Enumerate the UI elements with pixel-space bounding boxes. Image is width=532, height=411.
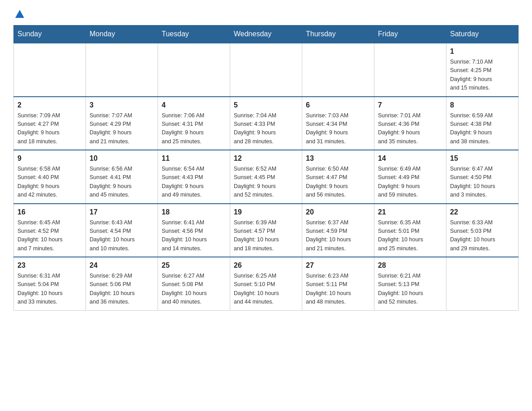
calendar-cell: 21Sunrise: 6:35 AM Sunset: 5:01 PM Dayli… — [374, 204, 446, 257]
day-info: Sunrise: 7:03 AM Sunset: 4:34 PM Dayligh… — [306, 111, 370, 146]
calendar-cell — [14, 43, 86, 97]
day-number: 8 — [450, 100, 515, 111]
day-number: 24 — [90, 260, 154, 271]
calendar-cell: 19Sunrise: 6:39 AM Sunset: 4:57 PM Dayli… — [230, 204, 302, 257]
day-number: 16 — [17, 207, 82, 218]
calendar-cell: 11Sunrise: 6:54 AM Sunset: 4:43 PM Dayli… — [158, 150, 230, 204]
calendar-week-3: 16Sunrise: 6:45 AM Sunset: 4:52 PM Dayli… — [14, 204, 519, 257]
calendar-cell: 23Sunrise: 6:31 AM Sunset: 5:04 PM Dayli… — [14, 257, 86, 310]
header-day-wednesday: Wednesday — [230, 26, 302, 43]
day-info: Sunrise: 6:31 AM Sunset: 5:04 PM Dayligh… — [17, 272, 82, 307]
day-number: 13 — [306, 153, 370, 164]
day-number: 5 — [234, 100, 298, 111]
calendar-cell: 15Sunrise: 6:47 AM Sunset: 4:50 PM Dayli… — [446, 150, 519, 204]
calendar-cell — [302, 43, 374, 97]
header-day-friday: Friday — [374, 26, 446, 43]
calendar-week-4: 23Sunrise: 6:31 AM Sunset: 5:04 PM Dayli… — [14, 257, 519, 310]
calendar-body: 1Sunrise: 7:10 AM Sunset: 4:25 PM Daylig… — [14, 43, 519, 310]
day-number: 10 — [90, 153, 154, 164]
day-number: 26 — [234, 260, 298, 271]
calendar-cell: 5Sunrise: 7:04 AM Sunset: 4:33 PM Daylig… — [230, 97, 302, 150]
logo-general — [13, 9, 24, 17]
day-info: Sunrise: 6:58 AM Sunset: 4:40 PM Dayligh… — [17, 165, 82, 200]
day-number: 4 — [162, 100, 226, 111]
calendar-cell: 14Sunrise: 6:49 AM Sunset: 4:49 PM Dayli… — [374, 150, 446, 204]
day-info: Sunrise: 6:27 AM Sunset: 5:08 PM Dayligh… — [162, 272, 226, 307]
day-info: Sunrise: 6:23 AM Sunset: 5:11 PM Dayligh… — [306, 272, 370, 307]
day-info: Sunrise: 6:37 AM Sunset: 4:59 PM Dayligh… — [306, 218, 370, 253]
day-info: Sunrise: 6:25 AM Sunset: 5:10 PM Dayligh… — [234, 272, 298, 307]
day-number: 27 — [306, 260, 370, 271]
day-info: Sunrise: 7:09 AM Sunset: 4:27 PM Dayligh… — [17, 111, 82, 146]
logo-triangle-icon — [15, 10, 24, 18]
day-info: Sunrise: 7:10 AM Sunset: 4:25 PM Dayligh… — [450, 58, 515, 93]
day-number: 22 — [450, 207, 515, 218]
calendar-cell: 20Sunrise: 6:37 AM Sunset: 4:59 PM Dayli… — [302, 204, 374, 257]
calendar-cell: 22Sunrise: 6:33 AM Sunset: 5:03 PM Dayli… — [446, 204, 519, 257]
day-number: 23 — [17, 260, 82, 271]
calendar-week-1: 2Sunrise: 7:09 AM Sunset: 4:27 PM Daylig… — [14, 97, 519, 150]
day-number: 14 — [378, 153, 442, 164]
calendar-cell: 7Sunrise: 7:01 AM Sunset: 4:36 PM Daylig… — [374, 97, 446, 150]
day-info: Sunrise: 6:54 AM Sunset: 4:43 PM Dayligh… — [162, 165, 226, 200]
header-row: SundayMondayTuesdayWednesdayThursdayFrid… — [14, 26, 519, 43]
calendar-week-0: 1Sunrise: 7:10 AM Sunset: 4:25 PM Daylig… — [14, 43, 519, 97]
day-info: Sunrise: 6:56 AM Sunset: 4:41 PM Dayligh… — [90, 165, 154, 200]
day-number: 1 — [450, 46, 515, 57]
calendar-cell: 8Sunrise: 6:59 AM Sunset: 4:38 PM Daylig… — [446, 97, 519, 150]
calendar-cell: 24Sunrise: 6:29 AM Sunset: 5:06 PM Dayli… — [86, 257, 158, 310]
day-info: Sunrise: 7:07 AM Sunset: 4:29 PM Dayligh… — [90, 111, 154, 146]
page-header — [13, 9, 519, 17]
calendar-cell — [230, 43, 302, 97]
calendar-cell: 28Sunrise: 6:21 AM Sunset: 5:13 PM Dayli… — [374, 257, 446, 310]
calendar-cell — [158, 43, 230, 97]
header-day-thursday: Thursday — [302, 26, 374, 43]
calendar-cell — [374, 43, 446, 97]
calendar-week-2: 9Sunrise: 6:58 AM Sunset: 4:40 PM Daylig… — [14, 150, 519, 204]
day-number: 25 — [162, 260, 226, 271]
day-number: 28 — [378, 260, 442, 271]
calendar-cell: 6Sunrise: 7:03 AM Sunset: 4:34 PM Daylig… — [302, 97, 374, 150]
day-info: Sunrise: 6:59 AM Sunset: 4:38 PM Dayligh… — [450, 111, 515, 146]
day-number: 18 — [162, 207, 226, 218]
calendar-cell: 26Sunrise: 6:25 AM Sunset: 5:10 PM Dayli… — [230, 257, 302, 310]
calendar-cell: 12Sunrise: 6:52 AM Sunset: 4:45 PM Dayli… — [230, 150, 302, 204]
day-info: Sunrise: 6:49 AM Sunset: 4:49 PM Dayligh… — [378, 165, 442, 200]
day-info: Sunrise: 6:47 AM Sunset: 4:50 PM Dayligh… — [450, 165, 515, 200]
day-number: 2 — [17, 100, 82, 111]
day-info: Sunrise: 6:41 AM Sunset: 4:56 PM Dayligh… — [162, 218, 226, 253]
calendar-cell: 4Sunrise: 7:06 AM Sunset: 4:31 PM Daylig… — [158, 97, 230, 150]
day-info: Sunrise: 6:35 AM Sunset: 5:01 PM Dayligh… — [378, 218, 442, 253]
day-number: 21 — [378, 207, 442, 218]
day-info: Sunrise: 6:43 AM Sunset: 4:54 PM Dayligh… — [90, 218, 154, 253]
calendar-cell — [86, 43, 158, 97]
calendar-cell: 25Sunrise: 6:27 AM Sunset: 5:08 PM Dayli… — [158, 257, 230, 310]
calendar-cell: 17Sunrise: 6:43 AM Sunset: 4:54 PM Dayli… — [86, 204, 158, 257]
calendar-cell: 9Sunrise: 6:58 AM Sunset: 4:40 PM Daylig… — [14, 150, 86, 204]
day-number: 20 — [306, 207, 370, 218]
calendar-header: SundayMondayTuesdayWednesdayThursdayFrid… — [14, 26, 519, 43]
calendar-cell: 3Sunrise: 7:07 AM Sunset: 4:29 PM Daylig… — [86, 97, 158, 150]
day-info: Sunrise: 7:06 AM Sunset: 4:31 PM Dayligh… — [162, 111, 226, 146]
calendar-cell: 10Sunrise: 6:56 AM Sunset: 4:41 PM Dayli… — [86, 150, 158, 204]
day-number: 11 — [162, 153, 226, 164]
day-info: Sunrise: 6:45 AM Sunset: 4:52 PM Dayligh… — [17, 218, 82, 253]
header-day-sunday: Sunday — [14, 26, 86, 43]
day-info: Sunrise: 6:50 AM Sunset: 4:47 PM Dayligh… — [306, 165, 370, 200]
day-info: Sunrise: 6:21 AM Sunset: 5:13 PM Dayligh… — [378, 272, 442, 307]
day-number: 19 — [234, 207, 298, 218]
day-number: 12 — [234, 153, 298, 164]
day-info: Sunrise: 6:52 AM Sunset: 4:45 PM Dayligh… — [234, 165, 298, 200]
calendar-cell: 1Sunrise: 7:10 AM Sunset: 4:25 PM Daylig… — [446, 43, 519, 97]
header-day-saturday: Saturday — [446, 26, 519, 43]
calendar-table: SundayMondayTuesdayWednesdayThursdayFrid… — [13, 25, 519, 311]
day-info: Sunrise: 6:33 AM Sunset: 5:03 PM Dayligh… — [450, 218, 515, 253]
calendar-cell: 16Sunrise: 6:45 AM Sunset: 4:52 PM Dayli… — [14, 204, 86, 257]
calendar-cell: 13Sunrise: 6:50 AM Sunset: 4:47 PM Dayli… — [302, 150, 374, 204]
day-info: Sunrise: 7:01 AM Sunset: 4:36 PM Dayligh… — [378, 111, 442, 146]
day-info: Sunrise: 7:04 AM Sunset: 4:33 PM Dayligh… — [234, 111, 298, 146]
day-number: 3 — [90, 100, 154, 111]
day-number: 7 — [378, 100, 442, 111]
logo — [13, 9, 24, 17]
header-day-tuesday: Tuesday — [158, 26, 230, 43]
